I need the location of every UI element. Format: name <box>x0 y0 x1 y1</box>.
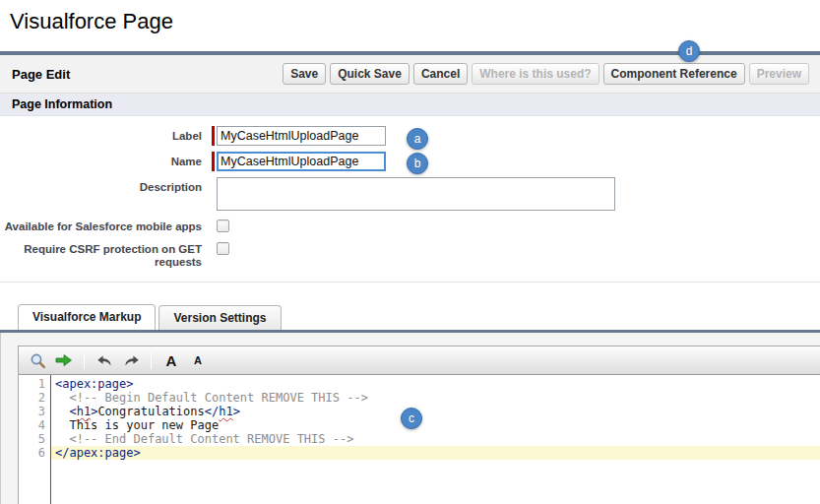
line-number: 6 <box>19 446 45 460</box>
save-button[interactable]: Save <box>283 63 326 85</box>
code-line[interactable]: <!-- End Default Content REMOVE THIS --> <box>51 432 820 446</box>
cancel-button[interactable]: Cancel <box>413 63 468 85</box>
section-title: Page Edit <box>12 67 70 82</box>
code-line[interactable]: </apex:page> <box>51 446 820 460</box>
field-row-mobile: Available for Salesforce mobile apps <box>0 217 820 233</box>
line-number: 5 <box>19 432 45 446</box>
page-edit-header: Page Edit Save Quick Save Cancel Where i… <box>0 55 820 94</box>
csrf-checkbox[interactable] <box>217 242 229 255</box>
redo-icon[interactable] <box>121 350 141 370</box>
annotation-badge-c: c <box>401 408 422 429</box>
line-number: 3 <box>19 405 45 418</box>
name-field-label: Name <box>0 152 202 171</box>
csrf-field-label: Require CSRF protection on GET requests <box>0 239 202 269</box>
page-title: Visualforce Page <box>10 9 820 34</box>
toolbar-divider <box>84 351 85 369</box>
field-row-description: Description <box>0 177 820 211</box>
description-field-label: Description <box>0 177 202 211</box>
where-is-this-used-button: Where is this used? <box>472 63 599 85</box>
code-area[interactable]: 123456 <apex:page> <!-- Begin Default Co… <box>19 375 820 504</box>
annotation-badge-a: a <box>407 128 428 150</box>
editor-toolbar: A A <box>19 346 820 375</box>
component-reference-button[interactable]: Component Reference <box>603 63 745 85</box>
preview-button: Preview <box>749 63 809 85</box>
go-to-line-icon[interactable] <box>54 350 74 370</box>
toolbar-divider <box>151 351 152 369</box>
code-line[interactable]: <!-- Begin Default Content REMOVE THIS -… <box>51 391 820 405</box>
code-lines[interactable]: <apex:page> <!-- Begin Default Content R… <box>51 375 820 504</box>
line-number: 2 <box>19 391 45 405</box>
tab-version-settings[interactable]: Version Settings <box>158 305 281 330</box>
increase-font-icon[interactable]: A <box>161 350 181 370</box>
required-indicator <box>212 126 215 146</box>
quick-save-button[interactable]: Quick Save <box>330 63 410 85</box>
mobile-field-label: Available for Salesforce mobile apps <box>0 217 202 233</box>
mobile-apps-checkbox[interactable] <box>217 220 229 232</box>
description-textarea[interactable] <box>217 177 615 211</box>
undo-icon[interactable] <box>95 350 114 370</box>
tab-strip: Visualforce Markup Version Settings <box>0 304 820 333</box>
label-input[interactable] <box>217 126 386 146</box>
line-number: 4 <box>19 418 45 432</box>
required-indicator <box>212 152 215 171</box>
button-row: Save Quick Save Cancel Where is this use… <box>283 63 809 85</box>
code-line[interactable]: <apex:page> <box>51 377 820 391</box>
decrease-font-icon[interactable]: A <box>188 350 208 370</box>
tab-visualforce-markup[interactable]: Visualforce Markup <box>18 304 156 330</box>
annotation-badge-b: b <box>407 153 428 174</box>
label-field-label: Label <box>0 126 202 146</box>
page-information-header: Page Information <box>0 94 820 116</box>
line-numbers: 123456 <box>19 375 51 504</box>
annotation-badge-d: d <box>678 40 700 62</box>
code-line[interactable]: This is your new Page <box>51 418 820 432</box>
search-icon[interactable] <box>28 350 47 370</box>
field-row-csrf: Require CSRF protection on GET requests <box>0 239 820 269</box>
line-number: 1 <box>19 377 45 391</box>
name-input[interactable] <box>217 152 386 171</box>
code-line[interactable]: <h1>Congratulations</h1> <box>51 405 820 418</box>
